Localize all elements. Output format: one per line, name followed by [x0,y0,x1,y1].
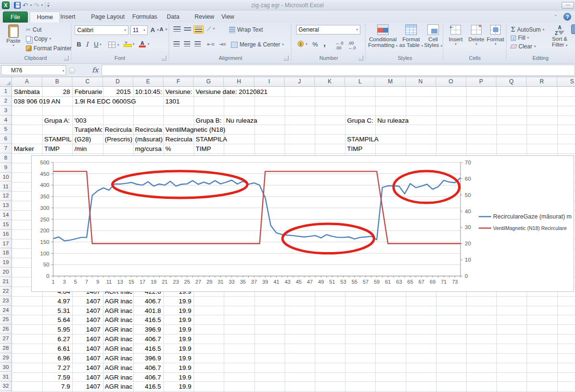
clipboard-dialog-launcher[interactable]: ⌄ [64,56,69,60]
column-header-F[interactable]: F [163,77,194,87]
cell-F25[interactable]: 19.9 [163,316,191,324]
row-header-23[interactable]: 23 [0,296,12,306]
row-header-24[interactable]: 24 [0,306,12,315]
column-header-C[interactable]: C [72,77,103,87]
cell-H4[interactable]: Nu ruleaza [226,116,257,125]
redo-icon[interactable]: ↷ [34,2,39,9]
cell-C24[interactable]: 1407 [72,307,100,315]
row-header-22[interactable]: 22 [0,287,12,296]
cell-C5[interactable]: TuraţieMotor [74,126,102,134]
cell-F24[interactable]: 19.9 [163,307,191,315]
cell-F1[interactable]: Versiune: [165,88,193,96]
ribbon-collapse-icon[interactable]: ⌃ [554,14,558,19]
file-tab[interactable]: File [3,12,28,23]
cell-A1[interactable]: Sâmbata [14,88,41,96]
borders-button[interactable]: ▾ [108,42,119,48]
decrease-decimal-button[interactable]: .00→.0 [348,41,356,50]
cell-E26[interactable]: 396.9 [133,325,161,334]
cell-E5[interactable]: RecirculareGaze [135,126,162,134]
row-header-13[interactable]: 13 [0,201,12,210]
cell-C25[interactable]: 1407 [72,316,100,324]
cell-D1[interactable]: 2015 [103,88,131,96]
increase-decimal-button[interactable]: ←.0.00 [335,41,344,50]
column-header-K[interactable]: K [315,77,345,87]
select-all-corner[interactable] [0,77,12,87]
font-color-button[interactable]: A▾ [139,41,150,47]
row-header-19[interactable]: 19 [0,258,12,267]
row-header-16[interactable]: 16 [0,230,12,239]
column-header-I[interactable]: I [254,77,285,87]
accounting-format-button[interactable]: $▾ [298,41,308,47]
row-header-11[interactable]: 11 [0,182,12,192]
row-header-31[interactable]: 31 [0,372,12,382]
cell-E7[interactable]: mg/cursa [135,145,162,153]
cell-C2[interactable]: 1.9l R4 EDC 0600SG [74,97,136,105]
cell-D6[interactable]: (Prescris) [105,135,132,143]
cell-D25[interactable]: AGR inactiv [105,316,132,324]
cell-L4[interactable]: Grupa C: [347,116,374,125]
row-header-18[interactable]: 18 [0,248,12,258]
cell-F6[interactable]: Recirculare [165,135,193,143]
row-header-27[interactable]: 27 [0,334,12,344]
column-header-J[interactable]: J [285,77,315,87]
column-header-B[interactable]: B [42,77,72,87]
cell-E1[interactable]: 10:10:45:3 [135,88,162,96]
cell-B30[interactable]: 7.27 [42,364,70,372]
align-top-button[interactable] [173,26,181,32]
cell-D29[interactable]: AGR inactiv [105,354,132,362]
row-header-28[interactable]: 28 [0,344,12,353]
column-header-M[interactable]: M [375,77,405,87]
cell-D30[interactable]: AGR inactiv [105,364,132,372]
excel-app-icon[interactable]: X [2,1,10,9]
cell-D27[interactable]: AGR inactiv [105,335,132,343]
cell-L7[interactable]: TIMP [347,145,362,153]
paste-dropdown-icon[interactable]: ▾ [4,44,23,47]
cell-B26[interactable]: 5.95 [42,325,70,334]
shrink-font-button[interactable]: A˅ [160,26,167,32]
increase-indent-button[interactable]: ⇥≡ [218,41,226,47]
row-header-12[interactable]: 12 [0,191,12,201]
align-bottom-button[interactable] [194,25,204,34]
cell-styles-button[interactable]: Cell Styles ▾ [424,24,443,48]
underline-dropdown-icon[interactable]: ▾ [100,43,102,46]
help-icon[interactable]: ? [564,13,571,21]
row-header-8[interactable]: 8 [0,153,12,163]
insert-cells-button[interactable]: Insert ▾ [447,25,465,46]
column-header-S[interactable]: S [557,77,575,87]
cell-F26[interactable]: 19.9 [163,325,191,334]
column-header-R[interactable]: R [527,77,557,87]
cell-C6[interactable]: (G28) [74,135,102,143]
row-header-4[interactable]: 4 [0,115,12,125]
cell-C23[interactable]: 1407 [72,297,100,305]
formula-input[interactable] [102,65,575,76]
row-header-1[interactable]: 1 [0,87,12,96]
cell-F29[interactable]: 19.9 [163,354,191,362]
name-box[interactable]: M76 ▾ [1,65,66,75]
clear-button[interactable]: Clear▾ [511,43,536,50]
cell-C32[interactable]: 1407 [72,382,100,391]
cell-E27[interactable]: 406.7 [133,335,161,343]
fx-button[interactable]: fx [92,66,98,74]
cell-F28[interactable]: 19.9 [163,345,191,353]
align-center-button[interactable] [184,41,190,46]
font-dialog-launcher[interactable]: ⌄ [161,56,166,60]
align-middle-button[interactable] [184,26,191,32]
qat-customize-icon[interactable]: ▾ [47,3,50,8]
cell-B25[interactable]: 5.64 [42,316,70,324]
cell-D23[interactable]: AGR inactiv [105,297,132,305]
tab-page-layout[interactable]: Page Layout [84,12,131,23]
column-header-A[interactable]: A [12,77,42,87]
cell-B1[interactable]: 28 [42,88,70,96]
autosum-button[interactable]: ΣAutoSum▾ [511,26,544,33]
cell-B27[interactable]: 6.27 [42,335,70,343]
find-select-button[interactable]: Fi Se [571,24,575,46]
cut-button[interactable]: ✂Cut [26,26,42,33]
cell-F32[interactable]: 19.9 [163,382,191,391]
row-header-29[interactable]: 29 [0,353,12,363]
cell-E29[interactable]: 396.9 [133,354,161,362]
merge-center-button[interactable]: Merge & Center▾ [231,41,284,48]
cell-B32[interactable]: 7.9 [42,382,70,391]
wrap-text-button[interactable]: Wrap Text [229,26,263,33]
cell-G6[interactable]: STAMPILA [196,135,227,143]
number-format-select[interactable]: General▾ [296,25,360,35]
